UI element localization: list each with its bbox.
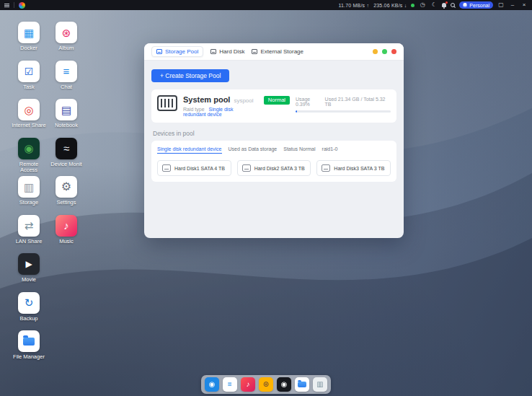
tab-storage-pool[interactable]: Storage Pool — [151, 46, 203, 57]
minimize-icon[interactable]: – — [509, 2, 516, 8]
desktop-icon-internet-share[interactable]: ◎ Internet Share — [10, 99, 48, 138]
desktop-icon-label: File Manager — [13, 354, 45, 360]
desktop-icon-remote-access[interactable]: ◉ Remote Access — [10, 138, 48, 177]
desktop-icon-grid: ▦ Docker ⊛ Album ☑ Task ≡ Chat ◎ Interne… — [10, 22, 85, 369]
hard-disk-icon — [322, 164, 330, 172]
desktop-icon-lan-share[interactable]: ⇄ LAN Share — [10, 215, 48, 254]
system-logo-icon[interactable] — [19, 2, 25, 9]
dock-chat-icon[interactable]: ≡ — [223, 377, 237, 392]
desktop-icon-chat[interactable]: ≡ Chat — [48, 61, 85, 100]
desktop-icon-storage[interactable]: ▥ Storage — [10, 176, 48, 215]
desktop-icon-label: Album — [58, 45, 74, 51]
external-storage-tab-icon — [252, 49, 257, 54]
movie-icon: ▶ — [18, 253, 40, 275]
desktop-icon-docker[interactable]: ▦ Docker — [10, 22, 48, 61]
desktop-icon-device-monitor[interactable]: ≈ Device Monit — [48, 138, 85, 177]
settings-gear-icon: ⚙ — [56, 176, 77, 198]
disk-label: Hard Disk1 SATA 4 TB — [174, 166, 225, 171]
system-pool-card[interactable]: System pool syspool Raid type Single dis… — [151, 89, 396, 123]
pool-status-badge: Normal — [264, 96, 290, 105]
menu-icon[interactable] — [4, 4, 9, 7]
meta-usage-type: Used as Data storage — [229, 146, 278, 154]
create-storage-pool-button[interactable]: + Create Storage Pool — [151, 69, 229, 82]
search-icon[interactable] — [451, 3, 455, 7]
desktop-icon-label: Storage — [19, 200, 38, 206]
hard-disk-icon — [162, 164, 171, 172]
dock-remote-access-icon[interactable]: ◉ — [205, 377, 219, 392]
desktop-icon-settings[interactable]: ⚙ Settings — [48, 176, 85, 215]
clock-icon[interactable]: ◷ — [419, 2, 426, 8]
remote-access-icon: ◉ — [18, 138, 40, 159]
task-icon: ☑ — [18, 61, 40, 82]
close-icon[interactable]: × — [520, 2, 528, 8]
dock-album-icon[interactable]: ⊛ — [259, 377, 273, 392]
notification-badge — [445, 1, 448, 4]
desktop-icon-file-manager[interactable]: File Manager — [10, 330, 48, 369]
file-manager-folder-icon — [18, 330, 40, 352]
download-speed: 235.06 KB/s ↓ — [373, 3, 407, 8]
meta-raid-id: raid1-0 — [322, 146, 338, 154]
tab-label: External Storage — [260, 48, 303, 55]
disk-label: Hard Disk3 SATA 3 TB — [334, 166, 384, 171]
tab-external-storage[interactable]: External Storage — [252, 48, 303, 55]
storage-app-window: Storage Pool Hard Disk External Storage … — [144, 43, 404, 238]
desktop-icon-backup[interactable]: ↻ Backup — [10, 292, 48, 331]
usage-progress-fill — [296, 110, 297, 113]
disk-row: Hard Disk1 SATA 4 TB Hard Disk2 SATA 3 T… — [157, 160, 391, 176]
close-dot[interactable] — [391, 49, 396, 54]
dark-mode-moon-icon[interactable]: ☾ — [430, 2, 438, 8]
pool-alias: syspool — [234, 97, 253, 104]
window-titlebar[interactable]: Storage Pool Hard Disk External Storage — [144, 43, 404, 61]
notification-bell-icon[interactable] — [442, 3, 446, 7]
meta-raid-mode[interactable]: Single disk redundant device — [157, 146, 222, 154]
fullscreen-icon[interactable]: ▢ — [497, 2, 505, 8]
devices-card: Single disk redundant device Used as Dat… — [151, 141, 396, 182]
pool-drive-icon — [157, 95, 177, 111]
hard-disk-tab-icon — [210, 49, 216, 54]
chat-icon: ≡ — [56, 61, 77, 82]
window-body: + Create Storage Pool System pool syspoo… — [144, 61, 404, 189]
hard-disk-2-chip[interactable]: Hard Disk2 SATA 3 TB — [237, 160, 311, 176]
dock-file-manager-icon[interactable] — [295, 377, 309, 392]
desktop-icon-label: Movie — [22, 277, 36, 283]
raid-type-row: Raid type Single disk redundant device — [183, 107, 254, 117]
pool-name: System pool — [183, 95, 230, 104]
pool-usage-block: Usage 0.39% Used 21.34 GB / Total 5.32 T… — [296, 95, 391, 113]
desktop-icon-label: Device Monit — [50, 162, 81, 167]
minimize-dot[interactable] — [373, 49, 378, 54]
desktop-icon-album[interactable]: ⊛ Album — [48, 22, 85, 61]
desktop-icon-label: LAN Share — [16, 239, 43, 245]
desktop-icon-music[interactable]: ♪ Music — [48, 215, 85, 254]
desktop-icon-label: Settings — [56, 200, 76, 206]
dock-music-icon[interactable]: ♪ — [241, 377, 255, 392]
pool-info: System pool syspool Raid type Single dis… — [183, 95, 254, 117]
album-icon: ⊛ — [56, 22, 77, 43]
hard-disk-1-chip[interactable]: Hard Disk1 SATA 4 TB — [157, 160, 231, 176]
tab-hard-disk[interactable]: Hard Disk — [210, 48, 244, 55]
desktop-icon-notebook[interactable]: ▤ Notebook — [48, 99, 85, 138]
maximize-dot[interactable] — [382, 49, 387, 54]
device-monitor-icon: ≈ — [56, 138, 77, 159]
usage-progress-track — [296, 110, 391, 113]
raid-type-label: Raid type — [183, 107, 205, 112]
device-meta-row: Single disk redundant device Used as Dat… — [157, 146, 391, 154]
tab-label: Storage Pool — [165, 48, 198, 55]
personal-label: Personal — [469, 3, 489, 8]
upload-speed: 11.70 MB/s ↑ — [338, 3, 369, 8]
status-dot-icon — [411, 4, 414, 7]
desktop-icon-label: Chat — [61, 84, 72, 90]
docker-icon: ▦ — [18, 22, 40, 43]
desktop-icon-label: Internet Share — [12, 123, 46, 128]
dock-storage-icon[interactable]: ▥ — [313, 377, 327, 392]
desktop-icon-label: Music — [59, 239, 74, 245]
topbar-divider — [14, 2, 14, 8]
personal-account-button[interactable]: Personal — [459, 1, 493, 9]
dock: ◉ ≡ ♪ ⊛ ◉ ▥ — [201, 375, 331, 394]
desktop-icon-task[interactable]: ☑ Task — [10, 61, 48, 100]
dock-camera-icon[interactable]: ◉ — [277, 377, 291, 392]
desktop-icon-movie[interactable]: ▶ Movie — [10, 253, 48, 292]
backup-icon: ↻ — [18, 292, 40, 314]
hard-disk-3-chip[interactable]: Hard Disk3 SATA 3 TB — [316, 160, 391, 176]
music-icon: ♪ — [56, 215, 77, 237]
desktop-icon-label: Notebook — [55, 123, 78, 128]
